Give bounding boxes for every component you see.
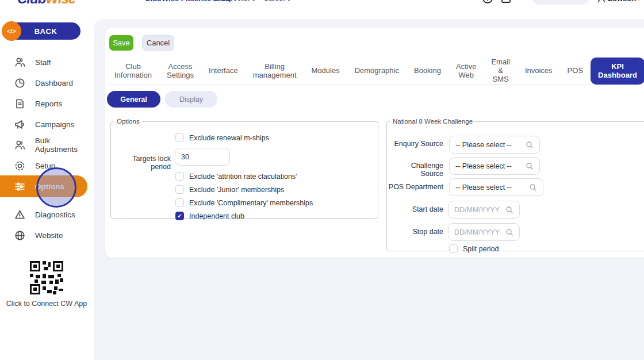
sidebar-item-staff[interactable]: Staff: [0, 52, 94, 72]
split-period-label: Split period: [463, 245, 499, 253]
sidebar-item-label: Campaigns: [35, 120, 74, 129]
sidebar-item-dashboard[interactable]: Dashboard: [0, 73, 94, 93]
tab-active-web[interactable]: Active Web: [448, 58, 484, 85]
document-icon: [14, 98, 26, 110]
chevron-down-icon: ▾: [638, 0, 641, 2]
qr-code[interactable]: [30, 261, 63, 294]
sidebar: </> BACK Staff Dashboard Reports Campaig…: [0, 7, 94, 360]
targets-lock-input[interactable]: 30: [175, 148, 230, 166]
sidebar-item-website[interactable]: Website: [0, 225, 94, 245]
challenge-panel: National 8 Week Challenge Enquiry Source…: [386, 118, 644, 251]
exclude-attrition-label: Exclude 'attrition rate claculations': [189, 173, 297, 181]
tab-kpi-dashboard[interactable]: KPI Dashboard: [591, 58, 644, 85]
challenge-legend: National 8 Week Challenge: [390, 118, 475, 125]
sidebar-item-label: Diagnostics: [35, 210, 75, 219]
sidebar-item-label: Staff: [35, 58, 51, 67]
options-panel: Options Exclude renewal m-ships Targets …: [110, 118, 378, 219]
challenge-source-select[interactable]: -- Please select --: [449, 157, 540, 175]
back-button[interactable]: </> BACK: [3, 22, 80, 40]
help-icon[interactable]: ?: [482, 0, 493, 4]
start-date-input[interactable]: DD/MM/YYYY: [448, 201, 520, 219]
sidebar-item-campaigns[interactable]: Campaigns: [0, 114, 94, 134]
settings-tabbar: Club Information Access Settings Interfa…: [107, 58, 644, 85]
sidebar-item-label: Reports: [35, 99, 62, 108]
pie-chart-icon: [14, 77, 26, 89]
person-icon: [597, 0, 606, 3]
svg-text:?: ?: [486, 0, 490, 2]
user-menu[interactable]: Lowson ▾: [597, 0, 641, 3]
window-icon[interactable]: [500, 0, 512, 4]
exclude-renewal-checkbox[interactable]: [175, 133, 184, 142]
pos-department-label: POS Department: [387, 183, 443, 191]
exclude-renewal-row: Exclude renewal m-ships: [175, 133, 269, 142]
save-button[interactable]: Save: [109, 35, 133, 51]
start-date-label: Start date: [387, 205, 443, 213]
exclude-attrition-row: Exclude 'attrition rate claculations': [175, 172, 297, 181]
subtab-display[interactable]: Display: [165, 91, 217, 108]
prospects-count: Prospects: 0: [213, 0, 256, 2]
sliders-icon: [14, 181, 26, 193]
targets-lock-label: Targets lock period: [116, 155, 171, 171]
split-period-row: Split period: [449, 244, 499, 253]
customer-zone-button[interactable]: Customer Zone: [532, 0, 589, 5]
tab-pos[interactable]: POS: [560, 58, 591, 85]
sidebar-item-options[interactable]: Options: [0, 175, 87, 197]
back-label: BACK: [34, 27, 57, 36]
header-stats: Prospects: 0 Sales: 0: [213, 0, 291, 2]
enquiry-source-label: Enquiry Source: [387, 140, 443, 148]
tab-demographic[interactable]: Demographic: [347, 58, 407, 85]
warning-icon: [14, 209, 26, 221]
tab-email-sms[interactable]: Email & SMS: [484, 58, 518, 85]
search-icon: [505, 228, 513, 236]
tab-booking[interactable]: Booking: [407, 58, 448, 85]
enquiry-source-select[interactable]: -- Please select --: [449, 136, 540, 154]
sidebar-item-reports[interactable]: Reports: [0, 94, 94, 113]
globe-icon: [14, 229, 26, 242]
exclude-junior-row: Exclude 'Junior' memberships: [175, 185, 284, 194]
search-icon: [526, 141, 534, 149]
search-icon: [505, 206, 513, 214]
qr-caption: Click to Connect CW App: [3, 300, 90, 308]
exclude-junior-checkbox[interactable]: [175, 185, 184, 194]
sidebar-item-label: Setup: [35, 162, 55, 170]
clubwise-logo: ClubWise: [17, 0, 75, 7]
sidebar-item-diagnostics[interactable]: Diagnostics: [0, 205, 94, 224]
megaphone-icon: [14, 118, 26, 131]
exclude-complimentary-checkbox[interactable]: [175, 198, 184, 207]
tab-access-settings[interactable]: Access Settings: [159, 58, 201, 85]
code-icon: </>: [2, 21, 21, 41]
tab-interface[interactable]: Interface: [201, 58, 246, 85]
sidebar-item-label: Dashboard: [35, 79, 73, 87]
search-icon: [529, 183, 537, 192]
independent-club-checkbox[interactable]: ✓: [175, 212, 184, 220]
exclude-complimentary-row: Exclude 'Complimentary' memberships: [175, 198, 313, 207]
sidebar-item-label: Website: [35, 231, 63, 240]
tab-modules[interactable]: Modules: [304, 58, 347, 85]
gear-icon: [14, 160, 26, 172]
split-period-checkbox[interactable]: [449, 244, 458, 253]
challenge-source-label: Challenge Source: [387, 162, 443, 178]
stop-date-input[interactable]: DD/MM/YYYY: [448, 223, 520, 241]
subtab-general[interactable]: General: [107, 91, 160, 108]
tab-invoices[interactable]: Invoices: [518, 58, 560, 85]
sidebar-item-bulk-adjustments[interactable]: Bulk Adjustments: [0, 135, 94, 155]
pos-department-select[interactable]: -- Please select --: [449, 178, 543, 196]
search-icon: [526, 162, 534, 170]
top-header: ClubWise ClubWise Fitsense Club Prospect…: [0, 0, 644, 7]
exclude-renewal-label: Exclude renewal m-ships: [189, 134, 269, 142]
cancel-button[interactable]: Cancel: [142, 35, 174, 51]
stop-date-label: Stop date: [387, 228, 443, 236]
sidebar-item-setup[interactable]: Setup: [0, 156, 94, 175]
tab-club-information[interactable]: Club Information: [107, 58, 159, 85]
sales-count: Sales: 0: [264, 0, 291, 2]
tab-billing-management[interactable]: Billing management: [246, 58, 304, 85]
check-icon: ✓: [177, 213, 182, 219]
independent-club-label: Independent club: [189, 212, 244, 220]
exclude-attrition-checkbox[interactable]: [175, 172, 184, 181]
options-legend: Options: [114, 118, 142, 125]
exclude-complimentary-label: Exclude 'Complimentary' memberships: [189, 199, 313, 207]
people-icon: [14, 139, 26, 151]
sidebar-item-label: Options: [35, 182, 64, 191]
sidebar-item-label: Bulk Adjustments: [35, 136, 94, 154]
exclude-junior-label: Exclude 'Junior' memberships: [189, 186, 284, 194]
